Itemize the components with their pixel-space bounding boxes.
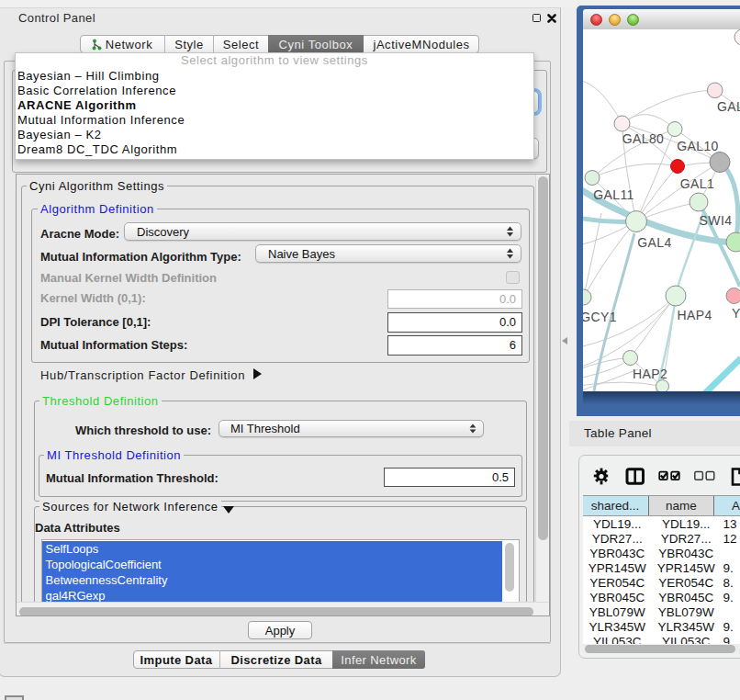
svg-text:HAP2: HAP2 xyxy=(632,366,667,380)
svg-text:GAL10: GAL10 xyxy=(677,138,719,152)
svg-text:GAL11: GAL11 xyxy=(593,187,634,202)
svg-text:SWI4: SWI4 xyxy=(699,212,732,227)
svg-text:Y: Y xyxy=(732,305,740,320)
svg-text:GAL: GAL xyxy=(717,98,740,113)
svg-text:GAL1: GAL1 xyxy=(679,175,713,190)
svg-text:GAL4: GAL4 xyxy=(637,234,671,249)
svg-text:GCY1: GCY1 xyxy=(583,310,617,324)
svg-text:GAL80: GAL80 xyxy=(622,130,664,145)
svg-text:HAP4: HAP4 xyxy=(677,307,712,322)
